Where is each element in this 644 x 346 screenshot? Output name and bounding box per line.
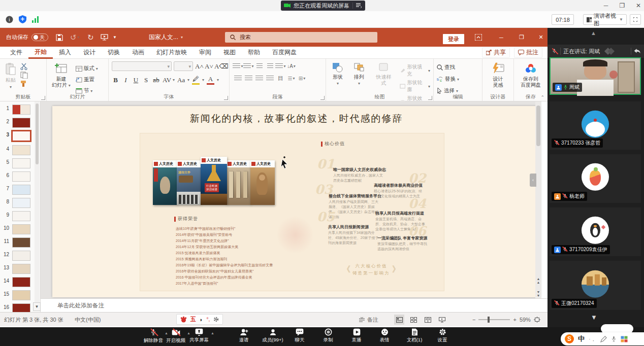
justify-button[interactable] [265, 74, 275, 83]
ime-toolbar[interactable]: 五 ◗ °, [176, 314, 223, 325]
tab-review[interactable]: 审阅 [193, 47, 217, 59]
cut-icon[interactable] [20, 63, 28, 70]
panel-scroll-down-chevron[interactable]: ▼ [591, 314, 597, 321]
shape-fill-button[interactable]: 形状填充▾ [400, 63, 430, 78]
clipboard-dialog-launcher[interactable] [41, 96, 45, 100]
change-case-button[interactable]: Aa [177, 76, 185, 84]
layout-button[interactable]: 版式▾ [76, 63, 98, 74]
reading-view-button[interactable] [423, 315, 433, 325]
os-restore-button[interactable]: ❐ [615, 0, 630, 11]
share-options-arrow[interactable]: ▲ [211, 331, 214, 335]
zoom-percentage[interactable]: 59% [520, 317, 531, 323]
find-button[interactable]: 查找 [437, 62, 479, 73]
redo-icon[interactable]: ↻ [87, 28, 94, 47]
video-tile-3[interactable]: 杨老师 [550, 154, 641, 203]
tab-transitions[interactable]: 切换 [102, 47, 126, 59]
ime-halfwidth-icon[interactable]: ◗ [200, 317, 203, 323]
document-title[interactable]: 国家人文...▾ [149, 28, 183, 47]
collapse-panel-handle[interactable]: ‹ [530, 174, 536, 187]
character-spacing-button[interactable]: AV [163, 76, 170, 84]
video-tile-5[interactable]: 王微02170324 [550, 261, 641, 310]
collapse-ribbon-chevron[interactable]: ⌃ [540, 95, 544, 100]
reset-button[interactable]: 重置 [76, 75, 98, 85]
highlight-color-button[interactable]: 🖉 [192, 75, 200, 85]
next-slide-button[interactable]: ▼▼ [535, 290, 541, 297]
emoji-button[interactable]: 表情 [370, 328, 399, 343]
font-size-combo[interactable]: ▾ [174, 61, 193, 71]
ime-settings-icon[interactable] [213, 317, 219, 322]
align-text-button[interactable]: ☰▾ [286, 74, 297, 83]
banner-menu-icon[interactable] [356, 3, 362, 8]
tab-file[interactable]: 文件 [4, 47, 28, 59]
notes-pane[interactable]: 单击此处添加备注 [41, 298, 548, 312]
columns-button[interactable]: 目 [275, 74, 286, 83]
tab-home[interactable]: 开始 [28, 47, 53, 59]
ime-language-mode[interactable]: 中 [578, 334, 585, 343]
ribbon-display-options-icon[interactable] [475, 28, 482, 47]
ime-pen-icon[interactable] [600, 336, 607, 342]
record-button[interactable]: 录制 [314, 328, 342, 343]
watching-banner[interactable]: 您正在观看周斌的屏幕 [281, 1, 365, 11]
fullscreen-button[interactable] [630, 14, 641, 25]
invite-button[interactable]: 邀请 [230, 328, 258, 343]
bullets-button[interactable]: ▾ [233, 61, 243, 71]
slide-number-indicator[interactable]: 幻灯片 第 3 张, 共 30 张 [4, 313, 63, 327]
font-dialog-launcher[interactable] [224, 96, 228, 100]
underline-button[interactable]: U [132, 76, 140, 84]
ime-punct-toggle[interactable]: ·， [589, 335, 596, 343]
chat-button[interactable]: 聊天 [285, 328, 314, 343]
video-tile-4[interactable]: 37170209袁佳伊 [550, 207, 641, 256]
shape-outline-button[interactable]: 形状轮廓▾ [400, 79, 430, 93]
thumbnail-scroll-down-button[interactable]: ▼ [33, 302, 41, 311]
text-direction-button[interactable]: ↓A▾ [286, 61, 297, 71]
decrease-indent-button[interactable] [254, 61, 265, 71]
notes-toggle-button[interactable]: 备注 [359, 313, 378, 327]
back-to-main-icon[interactable] [634, 48, 641, 54]
paragraph-dialog-launcher[interactable] [320, 96, 325, 100]
copy-icon[interactable] [20, 72, 28, 79]
new-slide-button[interactable]: 新建幻灯片 ▾ [50, 61, 73, 96]
video-tile-zhoubin[interactable]: 周斌 [550, 57, 641, 95]
share-screen-button[interactable]: 共享屏幕 [185, 328, 213, 343]
ppt-close-button[interactable]: ✕ [533, 28, 549, 47]
line-spacing-button[interactable]: ▾ [275, 61, 286, 71]
share-button[interactable]: 共享 [482, 47, 510, 58]
zoom-slider-handle[interactable] [488, 317, 490, 323]
design-ideas-button[interactable]: 设计灵感 [486, 61, 510, 89]
zoom-in-button[interactable]: + [513, 317, 516, 323]
font-name-combo[interactable]: ▾ [112, 61, 172, 71]
slideshow-view-button[interactable] [437, 315, 447, 325]
autosave-toggle[interactable]: 关 [31, 28, 48, 47]
previous-slide-button[interactable]: ▲▲ [535, 277, 541, 284]
strikethrough-button[interactable]: ab [152, 76, 160, 84]
meeting-security-shield-icon[interactable] [17, 14, 27, 24]
live-button[interactable]: 直播 [342, 328, 371, 343]
language-indicator[interactable]: 中文(中国) [75, 313, 101, 327]
login-button[interactable]: 登录 [443, 34, 464, 44]
align-center-button[interactable] [243, 74, 254, 83]
zoom-out-button[interactable]: − [472, 317, 475, 323]
font-color-button[interactable]: A [207, 75, 214, 85]
os-minimize-button[interactable]: ─ [598, 0, 614, 11]
text-shadow-button[interactable]: S [142, 76, 150, 84]
paste-button[interactable]: 粘贴▾ [3, 61, 18, 90]
drawing-dialog-launcher[interactable] [428, 96, 432, 100]
align-left-button[interactable] [233, 74, 243, 83]
comments-button[interactable]: 批注 [514, 47, 542, 58]
tab-animations[interactable]: 动画 [126, 47, 150, 59]
tab-design[interactable]: 设计 [77, 47, 102, 59]
bold-button[interactable]: B [112, 76, 119, 84]
clear-format-icon[interactable]: A⌫ [214, 62, 222, 71]
canvas-vertical-scrollbar[interactable]: ▲▲ ▼▼ [535, 101, 541, 298]
tab-slideshow[interactable]: 幻灯片放映 [150, 47, 193, 59]
replace-button[interactable]: bc替换▾ [437, 74, 479, 84]
ppt-restore-button[interactable]: ❐ [514, 28, 529, 47]
meeting-info-icon[interactable]: i [4, 14, 14, 24]
view-mode-selector[interactable]: 演讲者视图 ▼ [583, 14, 627, 25]
ime-wubi-mode[interactable]: 五 [190, 316, 196, 323]
italic-button[interactable]: I [122, 76, 130, 84]
scrollbar-handle[interactable] [536, 106, 540, 146]
ppt-minimize-button[interactable]: ─ [494, 28, 509, 47]
ime-punctuation-icon[interactable]: °, [207, 317, 210, 322]
slide[interactable]: 新闻化的内核，故事化的叙述，时代感的修辞 人文历史 人文历史 清华大学 [52, 106, 540, 297]
